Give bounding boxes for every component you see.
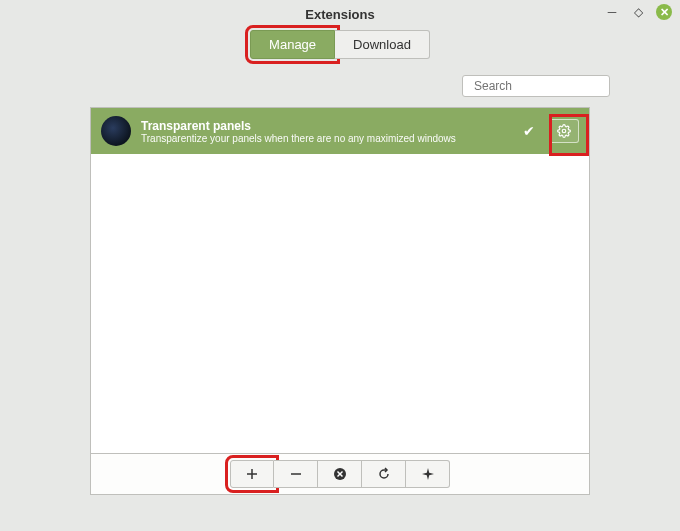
toolbar [91, 453, 589, 494]
window-controls: ─ ◇ ✕ [604, 4, 672, 20]
maximize-button[interactable]: ◇ [630, 4, 646, 20]
extension-description: Transparentize your panels when there ar… [141, 133, 509, 144]
search-input[interactable] [474, 79, 624, 93]
tab-bar: Manage Download [0, 30, 680, 59]
extension-title: Transparent panels [141, 119, 509, 133]
toolbar-buttons [230, 460, 450, 488]
delete-button[interactable] [318, 460, 362, 488]
close-button[interactable]: ✕ [656, 4, 672, 20]
search-row [0, 59, 680, 107]
extension-row[interactable]: Transparent panels Transparentize your p… [91, 108, 589, 154]
tab-manage[interactable]: Manage [250, 30, 335, 59]
plus-icon [246, 468, 258, 480]
titlebar: Extensions ─ ◇ ✕ [0, 0, 680, 28]
undo-button[interactable] [362, 460, 406, 488]
gear-icon [557, 124, 571, 138]
tab-download[interactable]: Download [335, 30, 430, 59]
search-box[interactable] [462, 75, 610, 97]
settings-button[interactable] [549, 119, 579, 143]
extension-list-panel: Transparent panels Transparentize your p… [90, 107, 590, 495]
undo-icon [377, 467, 391, 481]
check-icon: ✔ [519, 123, 539, 139]
delete-icon [333, 467, 347, 481]
more-button[interactable] [406, 460, 450, 488]
minimize-button[interactable]: ─ [604, 4, 620, 20]
sparkle-icon [422, 468, 434, 480]
extension-icon [101, 116, 131, 146]
window-title: Extensions [0, 7, 680, 22]
extension-text: Transparent panels Transparentize your p… [141, 119, 509, 144]
remove-button[interactable] [274, 460, 318, 488]
svg-point-2 [562, 129, 566, 133]
extension-list-body [91, 154, 589, 453]
add-button[interactable] [230, 460, 274, 488]
minus-icon [290, 468, 302, 480]
